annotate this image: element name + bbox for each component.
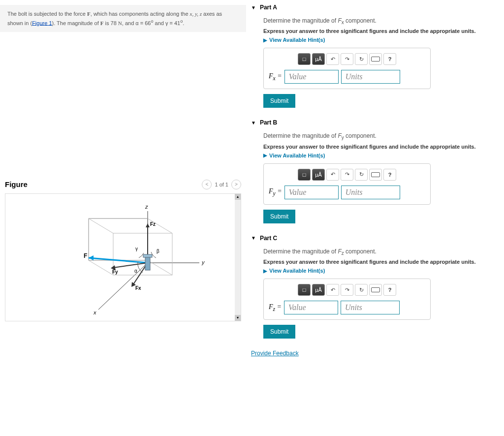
part-header-0[interactable]: ▼ Part A xyxy=(251,0,499,15)
reset-button[interactable]: ↻ xyxy=(355,284,368,296)
svg-line-8 xyxy=(89,260,113,275)
value-input[interactable]: Value xyxy=(284,301,338,314)
problem-text: is 78 xyxy=(103,20,118,26)
keyboard-icon xyxy=(371,287,380,292)
figure-nav: < 1 of 1 > xyxy=(202,180,241,189)
svg-marker-6 xyxy=(89,218,148,260)
units-input[interactable]: Units xyxy=(341,70,400,84)
reset-button[interactable]: ↻ xyxy=(355,169,368,181)
unit-newton: N xyxy=(118,20,122,26)
part-title: Part A xyxy=(260,4,277,11)
part-title: Part C xyxy=(260,235,277,242)
submit-button[interactable]: Submit xyxy=(263,325,295,339)
submit-button[interactable]: Submit xyxy=(263,94,295,108)
problem-text: and γ = 41 xyxy=(153,20,180,26)
reset-button[interactable]: ↻ xyxy=(355,53,368,65)
instruction-text: Express your answer to three significant… xyxy=(263,28,499,34)
keyboard-icon xyxy=(371,57,380,62)
chevron-right-icon: ▶ xyxy=(263,268,267,274)
chevron-right-icon: ▶ xyxy=(263,37,267,43)
units-tool-button[interactable]: µÅ xyxy=(312,169,325,181)
svg-text:Fy: Fy xyxy=(112,269,118,275)
problem-text: The bolt is subjected to the force xyxy=(7,11,87,17)
svg-text:y: y xyxy=(201,259,205,265)
svg-text:β: β xyxy=(157,249,159,254)
figure-next-button[interactable]: > xyxy=(231,180,241,189)
keyboard-icon xyxy=(371,172,380,177)
figure-scrollbar[interactable]: ▴ ▾ xyxy=(235,194,241,321)
view-hints-link[interactable]: ▶View Available Hint(s) xyxy=(263,37,499,43)
part-header-2[interactable]: ▼ Part C xyxy=(251,231,499,246)
scroll-down-button[interactable]: ▾ xyxy=(235,315,241,321)
units-input[interactable]: Units xyxy=(341,301,400,314)
question-text: Determine the magnitude of Fz component. xyxy=(263,248,499,256)
problem-text: ). The magnitude of xyxy=(52,20,100,26)
units-tool-button[interactable]: µÅ xyxy=(312,284,325,296)
undo-button[interactable]: ↶ xyxy=(326,53,339,65)
input-label: Fz = xyxy=(269,303,282,312)
collapse-icon: ▼ xyxy=(251,235,256,241)
svg-marker-13 xyxy=(89,255,94,260)
figure-canvas: z y x F xyxy=(5,193,241,321)
help-button[interactable]: ? xyxy=(383,53,396,65)
provide-feedback-link[interactable]: Provide Feedback xyxy=(251,350,299,357)
keyboard-button[interactable] xyxy=(369,169,382,181)
axes-text: x, y, z xyxy=(190,11,202,17)
problem-statement: The bolt is subjected to the force F, wh… xyxy=(0,5,246,32)
figure-prev-button[interactable]: < xyxy=(202,180,212,189)
part-title: Part B xyxy=(260,119,277,126)
svg-text:α: α xyxy=(134,268,137,274)
force-symbol: F xyxy=(87,11,91,17)
chevron-right-icon: ▶ xyxy=(263,153,267,158)
submit-button[interactable]: Submit xyxy=(263,210,295,223)
instruction-text: Express your answer to three significant… xyxy=(263,144,499,150)
svg-text:Fx: Fx xyxy=(135,285,141,291)
help-button[interactable]: ? xyxy=(383,284,396,296)
help-button[interactable]: ? xyxy=(383,169,396,181)
undo-button[interactable]: ↶ xyxy=(326,169,339,181)
svg-text:Fz: Fz xyxy=(150,221,156,227)
svg-text:γ: γ xyxy=(135,246,138,251)
question-text: Determine the magnitude of Fx component. xyxy=(263,17,499,25)
figure-link[interactable]: Figure 1 xyxy=(32,20,52,26)
svg-text:F: F xyxy=(84,252,87,259)
value-input[interactable]: Value xyxy=(284,186,339,199)
svg-text:z: z xyxy=(145,204,148,210)
svg-marker-16 xyxy=(146,223,150,227)
svg-text:x: x xyxy=(93,310,96,315)
svg-rect-25 xyxy=(143,254,152,257)
units-input[interactable]: Units xyxy=(341,186,400,199)
diagram-svg: z y x F xyxy=(34,199,212,317)
fraction-tool-button[interactable]: □ xyxy=(298,53,311,65)
redo-button[interactable]: ↷ xyxy=(341,284,353,296)
answer-box: □ µÅ ↶ ↷ ↻ ? Fz = Value Units xyxy=(263,279,431,320)
keyboard-button[interactable] xyxy=(369,53,382,65)
value-input[interactable]: Value xyxy=(284,70,339,84)
svg-line-10 xyxy=(89,218,113,233)
view-hints-link[interactable]: ▶View Available Hint(s) xyxy=(263,153,499,158)
figure-counter: 1 of 1 xyxy=(215,182,228,187)
fraction-tool-button[interactable]: □ xyxy=(298,169,311,181)
undo-button[interactable]: ↶ xyxy=(326,284,339,296)
svg-line-18 xyxy=(113,263,148,268)
collapse-icon: ▼ xyxy=(251,120,256,125)
instruction-text: Express your answer to three significant… xyxy=(263,259,499,265)
problem-text: , and α = 66 xyxy=(122,20,151,26)
redo-button[interactable]: ↷ xyxy=(341,169,353,181)
keyboard-button[interactable] xyxy=(369,284,382,296)
answer-box: □ µÅ ↶ ↷ ↻ ? Fx = Value Units xyxy=(263,48,431,89)
scroll-up-button[interactable]: ▴ xyxy=(235,194,241,200)
collapse-icon: ▼ xyxy=(251,5,256,10)
problem-text: . xyxy=(183,20,184,26)
answer-box: □ µÅ ↶ ↷ ↻ ? Fy = Value Units xyxy=(263,163,431,205)
input-label: Fy = xyxy=(269,187,282,197)
figure-title: Figure xyxy=(5,180,28,188)
problem-text: , which has components acting along the xyxy=(91,11,190,17)
input-label: Fx = xyxy=(269,72,282,82)
redo-button[interactable]: ↷ xyxy=(341,53,353,65)
figure-section: Figure < 1 of 1 > z y x xyxy=(0,180,246,321)
view-hints-link[interactable]: ▶View Available Hint(s) xyxy=(263,268,499,274)
fraction-tool-button[interactable]: □ xyxy=(298,284,311,296)
units-tool-button[interactable]: µÅ xyxy=(312,53,325,65)
part-header-1[interactable]: ▼ Part B xyxy=(251,115,499,130)
